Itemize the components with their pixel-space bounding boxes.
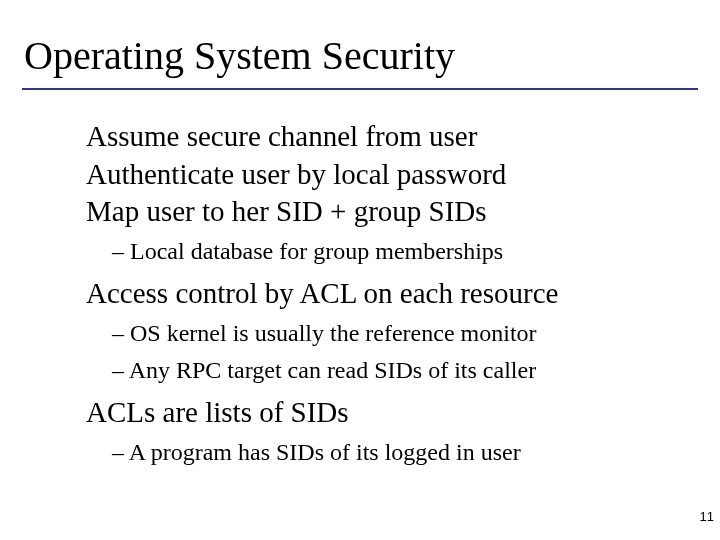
bullet-5: ACLs are lists of SIDs — [86, 394, 686, 432]
title-underline — [22, 88, 698, 90]
slide-title: Operating System Security — [24, 32, 455, 79]
bullet-3-sub-1: – Local database for group memberships — [112, 235, 686, 267]
bullet-3: Map user to her SID + group SIDs — [86, 193, 686, 231]
bullet-4-sub-2: – Any RPC target can read SIDs of its ca… — [112, 354, 686, 386]
slide-body: Assume secure channel from user Authenti… — [86, 118, 686, 468]
bullet-1: Assume secure channel from user — [86, 118, 686, 156]
bullet-2: Authenticate user by local password — [86, 156, 686, 194]
bullet-5-sub-1: – A program has SIDs of its logged in us… — [112, 436, 686, 468]
bullet-4-sub-1: – OS kernel is usually the reference mon… — [112, 317, 686, 349]
bullet-4: Access control by ACL on each resource — [86, 275, 686, 313]
page-number: 11 — [700, 509, 714, 524]
